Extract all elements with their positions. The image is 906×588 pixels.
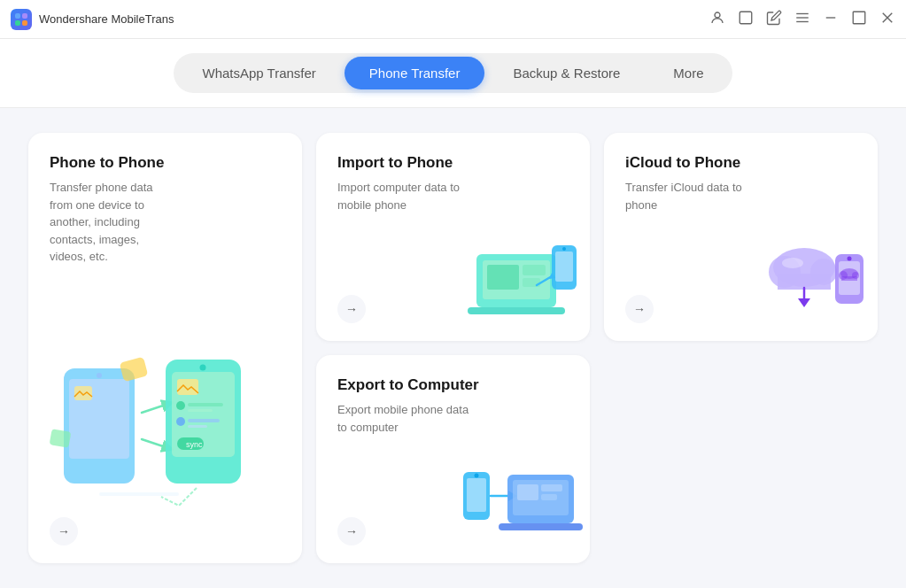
person-icon[interactable] [709,10,725,28]
titlebar-left: Wondershare MobileTrans [11,9,174,30]
card-icloud-arrow[interactable]: → [625,295,654,323]
tab-whatsapp[interactable]: WhatsApp Transfer [177,57,340,89]
card-export-arrow[interactable]: → [337,517,366,545]
svg-rect-1 [22,13,27,19]
svg-point-15 [97,373,102,378]
app-icon [11,9,32,30]
svg-rect-2 [15,20,20,26]
svg-marker-48 [798,298,810,307]
svg-rect-28 [188,425,207,428]
svg-point-41 [562,247,566,251]
svg-rect-25 [188,409,213,412]
svg-rect-62 [499,523,583,530]
import-illustration [459,228,583,334]
svg-rect-35 [487,265,519,290]
card-phone-to-phone-title: Phone to Phone [50,154,281,172]
card-phone-to-phone[interactable]: Phone to Phone Transfer phone data from … [28,133,302,563]
menu-icon[interactable] [794,10,810,28]
titlebar: Wondershare MobileTrans [0,0,906,39]
svg-rect-3 [22,20,27,26]
card-export-title: Export to Computer [337,376,569,394]
svg-point-26 [176,417,185,426]
nav-tabs: WhatsApp Transfer Phone Transfer Backup … [174,53,732,93]
svg-rect-34 [468,307,565,314]
main-content: Phone to Phone Transfer phone data from … [0,108,906,588]
svg-rect-36 [523,265,546,275]
svg-rect-10 [853,12,865,24]
tab-more[interactable]: More [648,57,728,89]
card-import-to-phone[interactable]: Import to Phone Import computer data to … [316,133,590,341]
maximize-icon[interactable] [851,10,867,28]
svg-point-23 [176,401,185,410]
edit-icon[interactable] [766,10,782,28]
svg-rect-18 [50,429,72,448]
app-title: Wondershare MobileTrans [39,12,174,26]
card-import-arrow[interactable]: → [337,295,366,323]
phone-to-phone-illustration: sync [46,342,259,519]
svg-point-51 [848,257,852,261]
titlebar-actions [709,10,895,28]
svg-point-21 [200,365,206,371]
card-import-desc: Import computer data to mobile phone [337,179,476,213]
svg-rect-5 [740,12,752,24]
svg-rect-63 [517,484,538,500]
svg-rect-22 [177,379,198,395]
card-icloud-to-phone[interactable]: iCloud to Phone Transfer iCloud data to … [604,133,878,341]
export-illustration [459,450,583,556]
svg-rect-17 [120,357,149,382]
svg-rect-31 [99,492,179,496]
navbar: WhatsApp Transfer Phone Transfer Backup … [0,39,906,108]
card-icloud-desc: Transfer iCloud data to phone [625,179,764,213]
tab-backup[interactable]: Backup & Restore [488,57,645,89]
svg-rect-24 [188,403,223,406]
svg-rect-27 [188,419,220,422]
svg-text:sync: sync [186,440,203,449]
card-phone-to-phone-arrow[interactable]: → [50,517,78,545]
svg-rect-57 [467,478,486,512]
svg-point-46 [782,258,803,268]
svg-point-4 [715,12,720,18]
card-icloud-title: iCloud to Phone [625,154,856,172]
icloud-illustration [747,228,871,334]
card-phone-to-phone-desc: Transfer phone data from one device to a… [50,179,177,266]
card-export-to-computer[interactable]: Export to Computer Export mobile phone d… [316,355,590,563]
svg-rect-65 [541,494,557,500]
square-icon[interactable] [738,10,754,28]
minimize-icon[interactable] [823,10,839,28]
close-icon[interactable] [879,10,895,28]
svg-rect-64 [541,484,562,491]
svg-rect-55 [841,276,857,281]
svg-rect-40 [555,251,573,282]
card-export-desc: Export mobile phone data to computer [337,401,476,436]
card-import-title: Import to Phone [337,154,569,172]
svg-rect-0 [15,13,20,19]
svg-point-58 [475,474,479,478]
tab-phone[interactable]: Phone Transfer [345,57,485,89]
